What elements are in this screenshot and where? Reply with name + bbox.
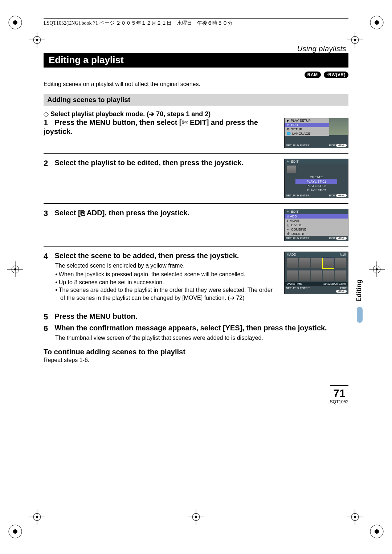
chapter-label: Using playlists xyxy=(44,45,346,53)
scissors-icon: ✄ xyxy=(287,210,290,213)
scene-count: 4/10 xyxy=(339,253,346,256)
step-2-title: Select the playlist to be edited, then p… xyxy=(54,159,243,167)
playlist-item: PLAYLIST-03 xyxy=(285,188,348,192)
playlist-thumb xyxy=(287,166,296,173)
doc-code: LSQT1052 xyxy=(44,399,348,404)
scene-thumb xyxy=(311,258,322,268)
intro-text: Editing scenes on a playlist will not af… xyxy=(44,81,348,87)
bullet-item: Up to 8 scenes can be set in succession. xyxy=(55,278,278,286)
page-title-bar: Editing a playlist xyxy=(44,53,348,68)
date-time-value: 19.12.2006 23:40 xyxy=(323,282,346,285)
step-number: 1 xyxy=(44,118,53,127)
subsection-heading: Adding scenes to playlist xyxy=(44,94,348,106)
playlist-item-selected: PLAYLIST-01 xyxy=(295,179,337,184)
step-number: 4 xyxy=(44,252,53,261)
menu-row-selected: ⎘ ADD xyxy=(285,214,348,219)
add-icon: ⎘ xyxy=(81,209,85,217)
scene-thumb xyxy=(287,270,298,281)
separator xyxy=(44,153,348,154)
step-1-title: Press the MENU button, then select [✄ ED… xyxy=(44,118,258,135)
scene-thumb xyxy=(335,258,346,268)
screen-step-3: ✄ EDIT ⎘ ADD ↕ MOVE ⊟ DIVIDE ⇔ COMBINE 🗑… xyxy=(284,209,348,241)
menu-row: ⇔ COMBINE xyxy=(285,227,348,232)
separator xyxy=(44,246,348,247)
menu-row: ⚙ SETUP xyxy=(285,127,329,131)
bullet-item: The scenes are added to the playlist in … xyxy=(55,286,278,302)
page-number: 71 xyxy=(330,385,348,399)
scissors-icon: ✄ xyxy=(287,160,290,163)
step-6-title: When the confirmation message appears, s… xyxy=(54,324,327,332)
playlist-item: PLAYLIST-02 xyxy=(285,184,348,188)
continue-heading: To continue adding scenes to the playlis… xyxy=(44,348,348,356)
preselect-text: Select playlist playback mode. (➔ 70, st… xyxy=(50,110,211,118)
scene-thumb-selected xyxy=(323,258,334,268)
menu-row: ↕ MOVE xyxy=(285,219,348,223)
separator xyxy=(44,203,348,204)
screen-step-1: ▶ PLAY SETUP ✄ EDIT ⚙ SETUP 🌐 LANGUAGE S… xyxy=(284,118,348,148)
screen-step-2: ✄ EDIT CREATE PLAYLIST-01 PLAYLIST-02 PL… xyxy=(284,159,348,198)
menu-row: 🌐 LANGUAGE xyxy=(285,131,329,136)
menu-row-selected: ✄ EDIT xyxy=(285,123,329,127)
footer-setup: SETUP ⊕ ENTER xyxy=(286,144,310,147)
step-number: 6 xyxy=(44,324,53,333)
step-6-note: The thumbnail view screen of the playlis… xyxy=(55,335,348,341)
diamond-icon: ◇ xyxy=(44,110,49,118)
section-side-tab: Editing xyxy=(355,280,363,323)
menu-row: ▶ PLAY SETUP xyxy=(285,118,329,123)
step-4-title: Select the scene to be added, then press… xyxy=(54,252,239,260)
menu-row: ⊟ DIVIDE xyxy=(285,223,348,227)
scene-thumb xyxy=(335,270,346,281)
create-label: CREATE xyxy=(285,175,348,179)
step-number: 5 xyxy=(44,312,53,322)
scene-thumb xyxy=(311,270,322,281)
bullet-item: When the joystick is pressed again, the … xyxy=(55,270,278,278)
preselect-instruction: ◇ Select playlist playback mode. (➔ 70, … xyxy=(44,110,348,118)
screen-preview-image xyxy=(329,118,348,135)
separator xyxy=(44,307,348,307)
media-badge-ram: RAM xyxy=(305,72,321,78)
step-4-note: The selected scene is encircled by a yel… xyxy=(55,262,278,269)
scene-thumb xyxy=(299,258,310,268)
scissors-icon: ✄ xyxy=(182,118,188,126)
step-number: 3 xyxy=(44,209,53,218)
book-header-line: LSQT1052(ENG).book 71 ページ ２００５年１２月２１日 水曜… xyxy=(44,18,348,28)
page-title: Editing a playlist xyxy=(49,54,124,66)
scene-thumb xyxy=(299,270,310,281)
scene-thumb xyxy=(323,270,334,281)
menu-row: 🗑 DELETE xyxy=(285,232,348,236)
screen-step-4: ⎘ ADD 4/10 DATE/TIME 19.12.2006 23:40 xyxy=(284,252,348,294)
media-badge-rwvr: -RW(VR) xyxy=(324,72,348,78)
continue-body: Repeat steps 1-6. xyxy=(44,357,348,363)
scene-thumb xyxy=(287,258,298,268)
side-tab-marker xyxy=(357,307,363,323)
step-number: 2 xyxy=(44,159,53,168)
step-3-title: Select [⎘ ADD], then press the joystick. xyxy=(54,209,189,217)
side-tab-label: Editing xyxy=(355,280,363,302)
step-5-title: Press the MENU button. xyxy=(54,312,137,320)
